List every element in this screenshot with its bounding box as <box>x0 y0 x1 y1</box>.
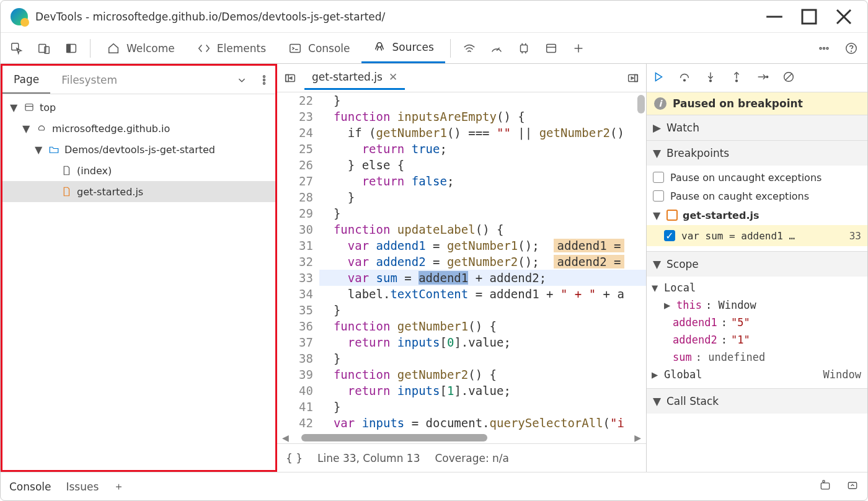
application-icon[interactable] <box>538 33 565 63</box>
device-toolbar-icon[interactable] <box>30 33 58 63</box>
pretty-print-icon[interactable]: { } <box>286 452 303 464</box>
svg-point-28 <box>264 79 265 81</box>
paused-banner: iPaused on breakpoint <box>647 92 867 115</box>
cursor-position: Line 33, Column 13 <box>317 452 420 464</box>
svg-rect-30 <box>25 104 33 111</box>
more-tools-icon[interactable] <box>810 33 838 63</box>
resume-button[interactable] <box>652 70 665 86</box>
svg-point-25 <box>846 43 857 53</box>
svg-point-29 <box>264 82 265 84</box>
section-call-stack[interactable]: ▼Call Stack <box>647 389 867 414</box>
step-over-button[interactable] <box>678 70 691 86</box>
tab-elements[interactable]: Elements <box>186 33 277 63</box>
coverage-status: Coverage: n/a <box>435 452 509 464</box>
more-options-icon[interactable] <box>253 65 275 95</box>
help-icon[interactable] <box>838 33 865 63</box>
scope-addend1: addend1: "5" <box>652 314 861 331</box>
tab-sources[interactable]: Sources <box>361 33 445 63</box>
info-icon: i <box>654 97 666 110</box>
titlebar: DevTools - microsoftedge.github.io/Demos… <box>1 1 867 33</box>
scope-addend2: addend2: "1" <box>652 331 861 348</box>
toggle-debugger-icon[interactable] <box>624 63 642 93</box>
deactivate-breakpoints-button[interactable] <box>782 70 795 86</box>
svg-rect-47 <box>848 482 856 489</box>
expand-drawer-icon[interactable] <box>846 479 859 494</box>
svg-rect-18 <box>546 44 556 52</box>
vertical-scrollbar[interactable] <box>636 92 646 432</box>
svg-rect-13 <box>520 45 527 51</box>
tree-folder[interactable]: ▼Demos/devtools-js-get-started <box>2 139 275 160</box>
dock-side-icon[interactable] <box>58 33 85 63</box>
chevron-down-icon[interactable] <box>231 65 253 95</box>
debugger-pane: iPaused on breakpoint ▶Watch ▼Breakpoint… <box>647 64 867 472</box>
section-scope[interactable]: ▼Scope <box>647 252 867 277</box>
close-button[interactable] <box>830 7 857 27</box>
pause-uncaught-checkbox[interactable]: Pause on uncaught exceptions <box>653 168 861 187</box>
network-conditions-icon[interactable] <box>456 33 483 63</box>
tree-host[interactable]: ▼microsoftedge.github.io <box>2 118 275 139</box>
code-editor[interactable]: 22 } 23 function inputsAreEmpty() { 24 i… <box>277 92 646 432</box>
step-out-button[interactable] <box>730 70 743 86</box>
horizontal-scrollbar[interactable]: ◀▶ <box>277 432 646 443</box>
inspect-element-icon[interactable] <box>3 33 30 63</box>
scope-local[interactable]: ▼Local <box>652 279 861 296</box>
breakpoint-item[interactable]: ✓var sum = addend1 …33 <box>647 225 867 246</box>
window: DevTools - microsoftedge.github.io/Demos… <box>0 0 868 501</box>
tree-file-selected[interactable]: get-started.js <box>2 181 275 202</box>
svg-rect-45 <box>821 482 829 489</box>
memory-icon[interactable] <box>510 33 538 63</box>
breakpoint-checkbox[interactable]: ✓ <box>664 230 675 241</box>
section-watch[interactable]: ▶Watch <box>647 115 867 140</box>
maximize-button[interactable] <box>795 7 823 27</box>
tree-index[interactable]: (index) <box>2 160 275 181</box>
svg-rect-35 <box>635 74 638 81</box>
tab-console[interactable]: Console <box>277 33 361 63</box>
window-title: DevTools - microsoftedge.github.io/Demos… <box>35 11 753 23</box>
navigator-pane: Page Filesystem ▼top ▼microsoftedge.gith… <box>1 64 277 472</box>
pause-caught-checkbox[interactable]: Pause on caught exceptions <box>653 187 861 205</box>
tab-page[interactable]: Page <box>2 66 50 94</box>
drawer-issues[interactable]: Issues <box>66 481 99 493</box>
svg-point-11 <box>377 43 381 47</box>
main-tabs: Welcome Elements Console Sources <box>1 33 867 64</box>
scope-global[interactable]: ▶GlobalWindow <box>652 366 861 383</box>
step-button[interactable] <box>756 70 769 86</box>
edge-devtools-icon <box>11 8 28 25</box>
svg-rect-1 <box>802 10 816 24</box>
svg-point-36 <box>684 79 686 81</box>
close-tab-icon[interactable]: ✕ <box>389 71 397 83</box>
performance-icon[interactable] <box>483 33 510 63</box>
file-tree: ▼top ▼microsoftedge.github.io ▼Demos/dev… <box>2 94 275 470</box>
svg-rect-9 <box>290 44 301 52</box>
tab-welcome[interactable]: Welcome <box>95 33 186 63</box>
editor-pane: get-started.js✕ 22 } 23 function inputsA… <box>277 64 647 472</box>
step-into-button[interactable] <box>704 70 717 86</box>
svg-rect-33 <box>286 74 289 81</box>
svg-rect-8 <box>67 44 71 52</box>
svg-line-44 <box>786 74 792 81</box>
toggle-navigator-icon[interactable] <box>281 63 299 93</box>
breakpoint-file[interactable]: ▼get-started.js <box>653 205 861 225</box>
svg-point-23 <box>823 47 825 49</box>
svg-point-40 <box>736 80 738 82</box>
tree-top[interactable]: ▼top <box>2 97 275 118</box>
add-drawer-tab[interactable]: ＋ <box>113 479 124 494</box>
file-tab[interactable]: get-started.js✕ <box>304 66 405 90</box>
svg-point-26 <box>851 51 852 51</box>
tab-filesystem[interactable]: Filesystem <box>50 66 128 94</box>
svg-point-38 <box>710 80 712 82</box>
scope-sum: sum: undefined <box>652 348 861 366</box>
svg-point-27 <box>264 76 265 78</box>
minimize-button[interactable] <box>761 7 788 27</box>
svg-point-46 <box>823 480 825 482</box>
add-tab-icon[interactable] <box>565 33 592 63</box>
drawer-console[interactable]: Console <box>9 481 51 493</box>
editor-status-bar: { } Line 33, Column 13 Coverage: n/a <box>277 443 646 472</box>
svg-point-42 <box>766 76 768 78</box>
js-file-icon <box>666 210 678 221</box>
scope-this[interactable]: ▶this: Window <box>652 296 861 314</box>
section-breakpoints[interactable]: ▼Breakpoints <box>647 141 867 166</box>
svg-point-22 <box>820 47 822 49</box>
svg-point-24 <box>826 47 828 49</box>
computed-styles-icon[interactable] <box>819 479 831 494</box>
